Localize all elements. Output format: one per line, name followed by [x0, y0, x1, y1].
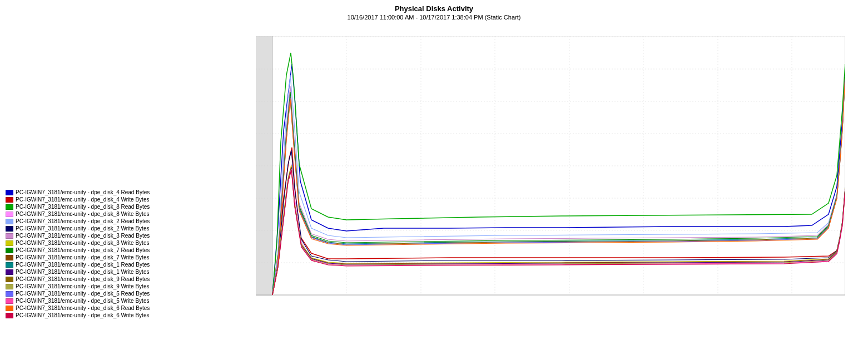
- legend-color-4: [6, 219, 13, 224]
- legend: PC-IGWIN7_3181/emc-unity - dpe_disk_4 Re…: [6, 189, 222, 319]
- legend-label-0: PC-IGWIN7_3181/emc-unity - dpe_disk_4 Re…: [16, 189, 150, 195]
- legend-label-9: PC-IGWIN7_3181/emc-unity - dpe_disk_7 Wr…: [16, 254, 149, 260]
- legend-color-15: [6, 298, 13, 304]
- legend-color-0: [6, 190, 13, 195]
- legend-label-5: PC-IGWIN7_3181/emc-unity - dpe_disk_2 Wr…: [16, 225, 149, 232]
- legend-color-1: [6, 197, 13, 203]
- legend-label-4: PC-IGWIN7_3181/emc-unity - dpe_disk_2 Re…: [16, 218, 150, 224]
- legend-item-17: PC-IGWIN7_3181/emc-unity - dpe_disk_6 Wr…: [6, 312, 222, 318]
- legend-item-16: PC-IGWIN7_3181/emc-unity - dpe_disk_6 Re…: [6, 305, 222, 311]
- legend-color-12: [6, 277, 13, 282]
- legend-item-11: PC-IGWIN7_3181/emc-unity - dpe_disk_1 Wr…: [6, 269, 222, 275]
- svg-rect-40: [845, 31, 851, 326]
- legend-color-5: [6, 226, 13, 232]
- legend-color-9: [6, 255, 13, 260]
- chart-subtitle: 10/16/2017 11:00:00 AM - 10/17/2017 1:38…: [0, 14, 868, 21]
- legend-item-1: PC-IGWIN7_3181/emc-unity - dpe_disk_4 Wr…: [6, 196, 222, 203]
- legend-color-8: [6, 248, 13, 253]
- legend-color-7: [6, 240, 13, 246]
- legend-color-14: [6, 291, 13, 297]
- legend-label-17: PC-IGWIN7_3181/emc-unity - dpe_disk_6 Wr…: [16, 312, 149, 318]
- legend-label-3: PC-IGWIN7_3181/emc-unity - dpe_disk_8 Wr…: [16, 211, 149, 217]
- legend-item-15: PC-IGWIN7_3181/emc-unity - dpe_disk_5 Wr…: [6, 298, 222, 304]
- legend-item-3: PC-IGWIN7_3181/emc-unity - dpe_disk_8 Wr…: [6, 211, 222, 217]
- legend-item-9: PC-IGWIN7_3181/emc-unity - dpe_disk_7 Wr…: [6, 254, 222, 260]
- svg-rect-41: [256, 296, 848, 326]
- svg-rect-39: [228, 31, 256, 326]
- legend-item-10: PC-IGWIN7_3181/emc-unity - dpe_disk_1 Re…: [6, 262, 222, 268]
- legend-label-15: PC-IGWIN7_3181/emc-unity - dpe_disk_5 Wr…: [16, 298, 149, 304]
- legend-item-7: PC-IGWIN7_3181/emc-unity - dpe_disk_3 Wr…: [6, 240, 222, 246]
- legend-label-10: PC-IGWIN7_3181/emc-unity - dpe_disk_1 Re…: [16, 262, 150, 268]
- legend-item-0: PC-IGWIN7_3181/emc-unity - dpe_disk_4 Re…: [6, 189, 222, 195]
- svg-rect-42: [256, 31, 845, 36]
- svg-rect-0: [256, 36, 845, 295]
- legend-label-16: PC-IGWIN7_3181/emc-unity - dpe_disk_6 Re…: [16, 305, 150, 311]
- legend-label-14: PC-IGWIN7_3181/emc-unity - dpe_disk_5 Re…: [16, 291, 150, 297]
- legend-label-2: PC-IGWIN7_3181/emc-unity - dpe_disk_8 Re…: [16, 204, 150, 210]
- legend-color-2: [6, 204, 13, 210]
- legend-item-14: PC-IGWIN7_3181/emc-unity - dpe_disk_5 Re…: [6, 291, 222, 297]
- legend-color-3: [6, 212, 13, 217]
- legend-item-13: PC-IGWIN7_3181/emc-unity - dpe_disk_9 Wr…: [6, 283, 222, 289]
- legend-color-17: [6, 313, 13, 318]
- legend-color-11: [6, 269, 13, 275]
- legend-color-10: [6, 262, 13, 268]
- legend-color-13: [6, 284, 13, 289]
- legend-color-16: [6, 306, 13, 311]
- legend-label-11: PC-IGWIN7_3181/emc-unity - dpe_disk_1 Wr…: [16, 269, 149, 275]
- chart-container: Physical Disks Activity 10/16/2017 11:00…: [0, 0, 868, 359]
- legend-item-12: PC-IGWIN7_3181/emc-unity - dpe_disk_9 Re…: [6, 276, 222, 282]
- chart-svg: 0 10 20 30 40 50 60 70 80 1:59:59 PM 4:5…: [228, 31, 851, 326]
- legend-item-4: PC-IGWIN7_3181/emc-unity - dpe_disk_2 Re…: [6, 218, 222, 224]
- legend-item-2: PC-IGWIN7_3181/emc-unity - dpe_disk_8 Re…: [6, 204, 222, 210]
- legend-item-8: PC-IGWIN7_3181/emc-unity - dpe_disk_7 Re…: [6, 247, 222, 253]
- legend-item-6: PC-IGWIN7_3181/emc-unity - dpe_disk_3 Re…: [6, 233, 222, 239]
- svg-marker-1: [256, 36, 272, 295]
- legend-label-6: PC-IGWIN7_3181/emc-unity - dpe_disk_3 Re…: [16, 233, 150, 239]
- legend-label-7: PC-IGWIN7_3181/emc-unity - dpe_disk_3 Wr…: [16, 240, 149, 246]
- chart-title: Physical Disks Activity: [0, 0, 868, 13]
- legend-label-13: PC-IGWIN7_3181/emc-unity - dpe_disk_9 Wr…: [16, 283, 149, 289]
- legend-label-8: PC-IGWIN7_3181/emc-unity - dpe_disk_7 Re…: [16, 247, 150, 253]
- legend-label-12: PC-IGWIN7_3181/emc-unity - dpe_disk_9 Re…: [16, 276, 150, 282]
- legend-color-6: [6, 233, 13, 239]
- legend-label-1: PC-IGWIN7_3181/emc-unity - dpe_disk_4 Wr…: [16, 196, 149, 203]
- legend-item-5: PC-IGWIN7_3181/emc-unity - dpe_disk_2 Wr…: [6, 225, 222, 232]
